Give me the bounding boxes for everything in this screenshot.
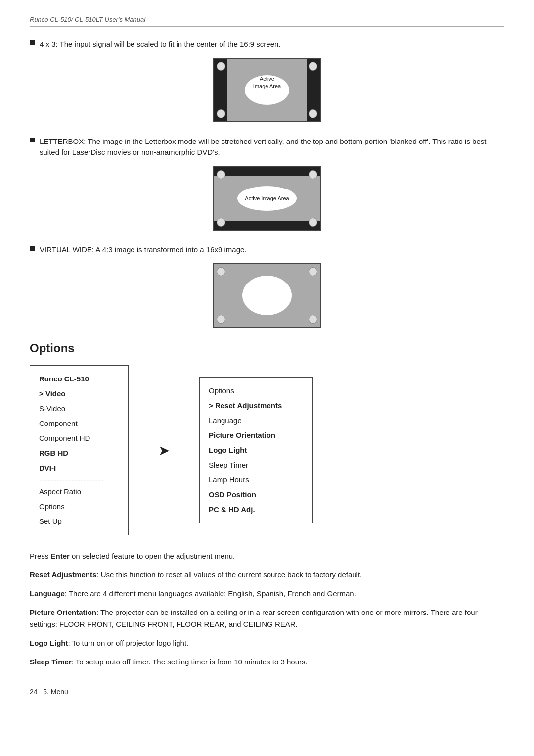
options-heading: Options <box>30 341 504 355</box>
desc-language-label: Language <box>30 589 65 598</box>
bullet-section-4x3: 4 x 3: The input signal will be scaled t… <box>30 39 504 122</box>
menu-left-component-hd: Component HD <box>39 431 119 446</box>
page-footer: 24 5. Menu <box>30 688 504 696</box>
corner-tl <box>217 62 225 71</box>
corner-br-vw <box>309 315 317 324</box>
bullet-item-letterbox: LETTERBOX: The image in the Letterbox mo… <box>30 136 504 158</box>
desc-reset: Reset Adjustments: Use this function to … <box>30 569 504 581</box>
menu-right-logo-light: Logo Light <box>209 443 304 458</box>
page-number: 24 <box>30 688 38 696</box>
proj-outer-4x3: Active Image Area <box>213 58 321 122</box>
bullet-icon-4x3 <box>30 40 35 45</box>
desc-enter: Press Enter on selected feature to open … <box>30 550 504 562</box>
corner-tr-lb <box>309 170 317 179</box>
corner-tl-vw <box>217 267 225 276</box>
diagram-vwide <box>30 263 504 328</box>
menu-left-dvi-i: DVI-I <box>39 461 119 475</box>
desc-enter-bold: Enter <box>51 552 70 560</box>
center-oval-vwide <box>242 276 292 315</box>
bullet-icon-letterbox <box>30 138 35 142</box>
menu-right-pc-hd-adj: PC & HD Adj. <box>209 502 304 517</box>
proj-outer-letterbox: Active Image Area <box>213 166 321 231</box>
desc-sleep-timer: Sleep Timer: To setup auto off timer. Th… <box>30 656 504 668</box>
menu-right-sleep-timer: Sleep Timer <box>209 458 304 472</box>
bullet-section-vwide: VIRTUAL WIDE: A 4:3 image is transformed… <box>30 244 504 328</box>
bullet-text-4x3: 4 x 3: The input signal will be scaled t… <box>40 39 504 50</box>
diagram-label-letterbox: Active Image Area <box>245 195 289 201</box>
bullet-section-letterbox: LETTERBOX: The image in the Letterbox mo… <box>30 136 504 231</box>
proj-outer-vwide <box>213 263 321 328</box>
desc-reset-label: Reset Adjustments <box>30 570 96 579</box>
desc-picture-orientation-text: : The projector can be installed on a ce… <box>30 608 478 628</box>
menu-box-right: Options > Reset Adjustments Language Pic… <box>199 377 313 523</box>
desc-logo-light: Logo Light: To turn on or off projector … <box>30 637 504 649</box>
corner-bl-lb <box>217 218 225 227</box>
menu-box-left: Runco CL-510 > Video S-Video Component C… <box>30 365 129 535</box>
desc-reset-text: : Use this function to reset all values … <box>96 570 362 579</box>
menu-left-aspect-ratio: Aspect Ratio <box>39 484 119 499</box>
menu-right-picture-orientation: Picture Orientation <box>209 428 304 443</box>
black-bar-bottom-letterbox <box>214 221 320 230</box>
desc-picture-orientation: Picture Orientation: The projector can b… <box>30 607 504 630</box>
page-section: 5. Menu <box>43 688 68 696</box>
corner-br <box>309 109 317 118</box>
desc-logo-light-text: : To turn on or off projector logo light… <box>68 639 188 647</box>
label-line2-4x3: Image Area <box>253 83 281 89</box>
menu-separator: ---------------------- <box>39 475 119 484</box>
proj-diagram-4x3: Active Image Area <box>213 58 321 122</box>
bullet-icon-vwide <box>30 246 35 251</box>
menu-left-title: Runco CL-510 <box>39 372 119 386</box>
proj-diagram-vwide <box>213 263 321 328</box>
menu-left-video: > Video <box>39 386 119 401</box>
menu-right-lamp-hours: Lamp Hours <box>209 472 304 487</box>
menu-left-rgb-hd: RGB HD <box>39 446 119 461</box>
label-letterbox: Active Image Area <box>245 195 289 201</box>
menu-right-language: Language <box>209 413 304 428</box>
diagram-letterbox: Active Image Area <box>30 166 504 231</box>
menu-area: Runco CL-510 > Video S-Video Component C… <box>30 365 504 535</box>
proj-diagram-letterbox: Active Image Area <box>213 166 321 231</box>
desc-logo-light-label: Logo Light <box>30 639 68 647</box>
corner-tr <box>309 62 317 71</box>
black-bar-top-letterbox <box>214 167 320 176</box>
menu-right-reset: > Reset Adjustments <box>209 398 304 413</box>
corner-br-lb <box>309 218 317 227</box>
bullet-text-vwide: VIRTUAL WIDE: A 4:3 image is transformed… <box>40 244 504 256</box>
corner-tr-vw <box>309 267 317 276</box>
menu-left-setup: Set Up <box>39 514 119 529</box>
menu-left-component: Component <box>39 416 119 431</box>
menu-left-svideo: S-Video <box>39 401 119 416</box>
desc-picture-orientation-label: Picture Orientation <box>30 608 96 616</box>
menu-right-options: Options <box>209 383 304 398</box>
diagram-4x3: Active Image Area <box>30 58 504 122</box>
diagram-label-4x3: Active Image Area <box>247 75 287 90</box>
bullet-text-letterbox: LETTERBOX: The image in the Letterbox mo… <box>40 136 504 158</box>
label-line1-4x3: Active <box>260 76 274 82</box>
menu-right-osd-position: OSD Position <box>209 487 304 502</box>
bullet-item-4x3: 4 x 3: The input signal will be scaled t… <box>30 39 504 50</box>
menu-left-options: Options <box>39 499 119 514</box>
desc-language-text: : There are 4 different menu languages a… <box>65 589 356 598</box>
corner-bl-vw <box>217 315 225 324</box>
desc-language: Language: There are 4 different menu lan… <box>30 588 504 600</box>
header-title: Runco CL-510/ CL-510LT User's Manual <box>30 16 145 23</box>
corner-bl <box>217 109 225 118</box>
header-line: Runco CL-510/ CL-510LT User's Manual <box>30 15 504 27</box>
desc-sleep-timer-text: : To setup auto off timer. The setting t… <box>72 658 308 666</box>
corner-tl-lb <box>217 170 225 179</box>
desc-sleep-timer-label: Sleep Timer <box>30 658 72 666</box>
bullet-item-vwide: VIRTUAL WIDE: A 4:3 image is transformed… <box>30 244 504 256</box>
menu-arrow: ➤ <box>158 442 170 459</box>
